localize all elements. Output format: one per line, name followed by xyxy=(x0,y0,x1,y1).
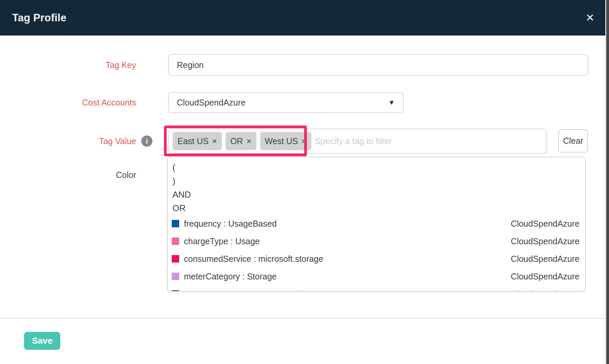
operator-option[interactable]: ( xyxy=(172,161,580,174)
save-button[interactable]: Save xyxy=(24,332,60,350)
tag-option-account: CloudSpendAzure xyxy=(511,219,580,229)
tag-option-row[interactable]: consumedService : microsoft.storage Clou… xyxy=(172,250,580,268)
chip-remove-icon[interactable]: × xyxy=(246,137,251,145)
chip-remove-icon[interactable]: × xyxy=(212,137,217,145)
tag-value-input-container[interactable]: East US × OR × West US × xyxy=(168,129,547,154)
tag-chip: East US × xyxy=(173,132,222,150)
tag-option-row[interactable]: meterName : LRS Data Stored CloudSpendAz… xyxy=(172,285,580,292)
modal-header: Tag Profile ✕ xyxy=(0,0,609,36)
tag-option-account: CloudSpendAzure xyxy=(511,236,580,246)
tag-option-account: CloudSpendAzure xyxy=(511,272,580,281)
operator-option[interactable]: AND xyxy=(172,188,580,201)
tag-value-label: Tag Value i xyxy=(0,129,136,154)
info-icon[interactable]: i xyxy=(141,136,152,147)
cost-accounts-selected-value: CloudSpendAzure xyxy=(169,98,388,108)
tag-option-label: chargeType : Usage xyxy=(184,236,511,246)
tag-option-label: frequency : UsageBased xyxy=(184,219,511,229)
chip-remove-icon[interactable]: × xyxy=(301,137,307,145)
color-label: Color xyxy=(0,164,136,185)
modal-title: Tag Profile xyxy=(12,12,66,24)
tag-color-swatch-icon xyxy=(172,237,179,245)
tag-color-swatch-icon xyxy=(172,255,179,263)
tag-chip-label: OR xyxy=(230,136,243,146)
close-icon[interactable]: ✕ xyxy=(583,0,597,36)
operator-option[interactable]: OR xyxy=(172,201,580,215)
tag-color-swatch-icon xyxy=(172,220,179,227)
tag-option-label: consumedService : microsoft.storage xyxy=(184,254,511,264)
tag-option-row[interactable]: meterCategory : Storage CloudSpendAzure xyxy=(172,268,580,285)
tag-key-label: Tag Key xyxy=(0,54,136,76)
footer-divider xyxy=(0,318,609,319)
tag-option-row[interactable]: frequency : UsageBased CloudSpendAzure xyxy=(172,215,580,232)
operator-option[interactable]: ) xyxy=(172,174,580,188)
tag-chip: OR × xyxy=(226,132,256,150)
tag-color-swatch-icon xyxy=(172,290,179,292)
clear-button[interactable]: Clear xyxy=(558,129,588,153)
tag-option-label: meterName : LRS Data Stored xyxy=(184,289,511,292)
tag-filter-input[interactable] xyxy=(315,131,542,151)
tag-value-label-text: Tag Value xyxy=(99,136,136,146)
cost-accounts-select[interactable]: CloudSpendAzure ▼ xyxy=(168,92,404,113)
tag-chip-label: East US xyxy=(177,136,209,146)
page-edge-strip xyxy=(606,0,609,364)
tag-chip: West US × xyxy=(260,132,311,150)
tag-option-label: meterCategory : Storage xyxy=(184,272,511,281)
tag-option-account: CloudSpendAzure xyxy=(511,254,580,264)
tag-color-swatch-icon xyxy=(172,273,179,280)
tag-key-input[interactable] xyxy=(168,54,588,76)
tag-chip-label: West US xyxy=(265,136,298,146)
tag-suggestions-panel: ()ANDOR frequency : UsageBased CloudSpen… xyxy=(167,157,586,292)
tag-option-row[interactable]: chargeType : Usage CloudSpendAzure xyxy=(172,232,580,250)
tag-option-account: CloudSpendAzure xyxy=(511,289,580,292)
cost-accounts-label: Cost Accounts xyxy=(0,92,136,113)
chevron-down-icon: ▼ xyxy=(388,99,403,107)
